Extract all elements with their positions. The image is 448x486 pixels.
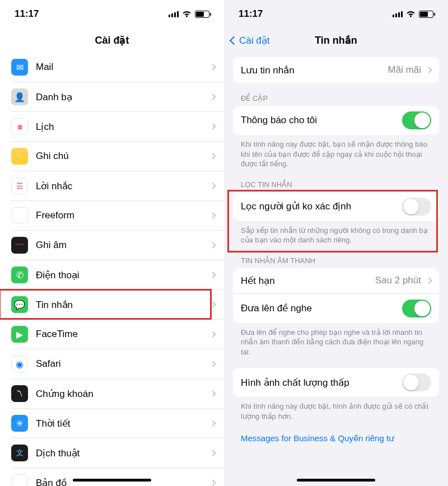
voice-memos-icon: 〰 — [11, 237, 28, 254]
row-label: Đưa lên đề nghe — [241, 302, 396, 314]
mail-icon: ✉︎ — [11, 59, 28, 76]
row-weather[interactable]: ☀Thời tiết — [11, 409, 224, 438]
group-audio: Hết hạn Sau 2 phút Đưa lên đề nghe — [233, 268, 439, 323]
toggle-raise-listen[interactable] — [402, 300, 431, 317]
row-voice[interactable]: 〰Ghi âm — [11, 231, 224, 260]
safari-icon: ◉ — [11, 356, 28, 372]
row-notify-me[interactable]: Thông báo cho tôi — [233, 106, 439, 135]
row-expire[interactable]: Hết hạn Sau 2 phút — [233, 268, 439, 294]
row-value: Mãi mãi — [388, 64, 421, 76]
chevron-right-icon — [209, 479, 216, 485]
chevron-right-icon — [209, 272, 216, 278]
chevron-right-icon — [426, 67, 432, 73]
chevron-right-icon — [209, 390, 216, 396]
row-freeform[interactable]: ✎Freeform — [11, 201, 224, 231]
chevron-right-icon — [209, 331, 216, 337]
navbar: Cài đặt — [0, 28, 224, 53]
toggle-low-quality[interactable] — [402, 373, 431, 391]
chevron-right-icon — [209, 64, 216, 70]
row-calendar[interactable]: ▦Lịch — [11, 112, 224, 142]
row-label: Điện thoại — [36, 269, 203, 281]
chevron-right-icon — [209, 153, 216, 159]
chevron-right-icon — [209, 450, 216, 456]
chevron-right-icon — [209, 183, 216, 189]
navbar: Cài đặt Tin nhắn — [224, 28, 448, 53]
toggle-notify-me[interactable] — [402, 111, 431, 129]
row-label: Ghi âm — [36, 240, 203, 251]
footer-raise: Đưa lên để nghe cho phép bạn nghe và trả… — [241, 328, 431, 357]
row-label: Hình ảnh chất lượng thấp — [241, 377, 396, 389]
chevron-right-icon — [209, 420, 216, 426]
status-icons — [393, 11, 433, 18]
row-reminders[interactable]: ☰Lời nhắc — [11, 171, 224, 201]
maps-icon: 🗺 — [11, 474, 28, 486]
row-raise-listen[interactable]: Đưa lên đề nghe — [233, 294, 439, 323]
row-phone[interactable]: ✆Điện thoại — [11, 260, 224, 290]
footer-filter: Sắp xếp tin nhắn từ những người không có… — [241, 226, 431, 245]
row-label: Lưu tin nhắn — [241, 64, 382, 76]
section-header-audio: TIN NHẮN ÂM THANH — [241, 256, 439, 265]
contacts-icon: 👤 — [11, 88, 28, 105]
row-label: Danh bạ — [36, 91, 203, 103]
battery-icon — [419, 11, 433, 18]
row-low-quality[interactable]: Hình ảnh chất lượng thấp — [233, 368, 439, 397]
translate-icon: 文 — [11, 445, 28, 461]
messages-settings-screen: 11:17 Cài đặt Tin nhắn Lưu tin nhắn Mãi … — [224, 0, 448, 486]
wifi-icon — [406, 11, 416, 18]
settings-list[interactable]: ✉︎Mail 👤Danh bạ ▦Lịch Ghi chú ☰Lời nhắc … — [0, 53, 224, 486]
reminders-icon: ☰ — [11, 177, 28, 194]
row-value: Sau 2 phút — [375, 275, 421, 286]
page-title: Tin nhắn — [315, 34, 357, 46]
row-label: Dịch thuật — [36, 447, 203, 459]
row-translate[interactable]: 文Dịch thuật — [11, 438, 224, 468]
chevron-right-icon — [209, 94, 216, 100]
chevron-right-icon — [209, 242, 216, 248]
footer-notify: Khi tính năng này được bật, bạn sẽ nhận … — [241, 139, 431, 169]
row-messages[interactable]: 💬Tin nhắn — [11, 290, 224, 320]
freeform-icon: ✎ — [11, 207, 28, 224]
back-label: Cài đặt — [239, 35, 269, 46]
row-filter-unknown[interactable]: Lọc người gửi ko xác định — [233, 192, 439, 221]
messages-icon: 💬 — [11, 296, 28, 313]
chevron-left-icon — [230, 36, 239, 45]
row-label: Safari — [36, 358, 203, 370]
home-indicator[interactable] — [73, 479, 151, 482]
settings-content[interactable]: Lưu tin nhắn Mãi mãi ĐỀ CẬP Thông báo ch… — [224, 53, 448, 486]
chevron-right-icon — [209, 123, 216, 129]
section-header-mentions: ĐỀ CẬP — [241, 94, 439, 102]
clock: 11:17 — [15, 8, 39, 20]
settings-root-screen: 11:17 Cài đặt ✉︎Mail 👤Danh bạ ▦Lịch Ghi … — [0, 0, 224, 486]
chevron-right-icon — [209, 361, 216, 367]
stocks-icon: 〽 — [11, 385, 28, 402]
row-label: Lọc người gửi ko xác định — [241, 200, 396, 212]
group-mentions: Thông báo cho tôi — [233, 106, 439, 135]
row-safari[interactable]: ◉Safari — [11, 349, 224, 379]
row-stocks[interactable]: 〽Chứng khoán — [11, 379, 224, 409]
phone-icon: ✆ — [11, 267, 28, 283]
facetime-icon: ▶ — [11, 326, 28, 343]
row-label: Tin nhắn — [36, 299, 203, 311]
back-button[interactable]: Cài đặt — [231, 28, 269, 53]
notes-icon — [11, 148, 28, 165]
row-label: FaceTime — [36, 329, 203, 340]
row-label: Freeform — [36, 210, 203, 221]
clock: 11:17 — [239, 8, 263, 20]
status-bar: 11:17 — [0, 0, 224, 28]
chevron-right-icon — [209, 212, 216, 218]
row-contacts[interactable]: 👤Danh bạ — [11, 82, 224, 112]
toggle-filter-unknown[interactable] — [402, 198, 431, 216]
row-label: Mail — [36, 62, 203, 73]
row-facetime[interactable]: ▶FaceTime — [11, 320, 224, 349]
row-label: Hết hạn — [241, 275, 370, 287]
row-notes[interactable]: Ghi chú — [11, 142, 224, 171]
row-keep-messages[interactable]: Lưu tin nhắn Mãi mãi — [233, 57, 439, 83]
row-maps[interactable]: 🗺Bản đồ — [11, 468, 224, 486]
weather-icon: ☀ — [11, 415, 28, 432]
home-indicator[interactable] — [297, 479, 375, 482]
wifi-icon — [182, 11, 192, 18]
chevron-right-icon — [209, 301, 216, 307]
row-label: Chứng khoán — [36, 388, 203, 400]
cellular-icon — [393, 11, 403, 17]
row-mail[interactable]: ✉︎Mail — [11, 53, 224, 82]
privacy-link[interactable]: Messages for Business & Quyền riêng tư — [241, 433, 439, 443]
